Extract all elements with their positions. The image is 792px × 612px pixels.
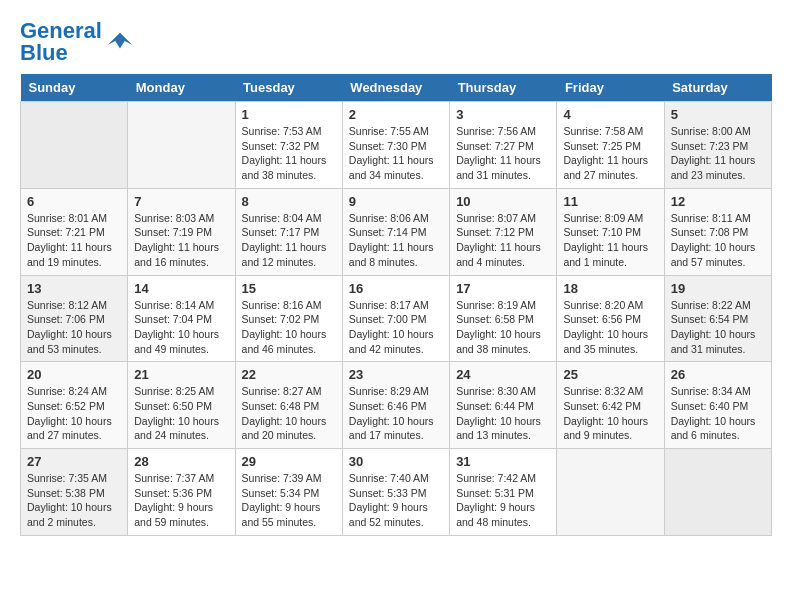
logo-blue: Blue bbox=[20, 40, 68, 65]
calendar-table: SundayMondayTuesdayWednesdayThursdayFrid… bbox=[20, 74, 772, 536]
calendar-cell: 27Sunrise: 7:35 AMSunset: 5:38 PMDayligh… bbox=[21, 449, 128, 536]
column-header-saturday: Saturday bbox=[664, 74, 771, 102]
day-info: Sunrise: 7:40 AMSunset: 5:33 PMDaylight:… bbox=[349, 471, 443, 530]
day-number: 5 bbox=[671, 107, 765, 122]
day-info: Sunrise: 8:16 AMSunset: 7:02 PMDaylight:… bbox=[242, 298, 336, 357]
day-info: Sunrise: 8:25 AMSunset: 6:50 PMDaylight:… bbox=[134, 384, 228, 443]
calendar-cell: 21Sunrise: 8:25 AMSunset: 6:50 PMDayligh… bbox=[128, 362, 235, 449]
calendar-cell: 1Sunrise: 7:53 AMSunset: 7:32 PMDaylight… bbox=[235, 102, 342, 189]
day-number: 18 bbox=[563, 281, 657, 296]
day-number: 1 bbox=[242, 107, 336, 122]
day-info: Sunrise: 7:58 AMSunset: 7:25 PMDaylight:… bbox=[563, 124, 657, 183]
column-header-tuesday: Tuesday bbox=[235, 74, 342, 102]
day-number: 2 bbox=[349, 107, 443, 122]
day-info: Sunrise: 8:03 AMSunset: 7:19 PMDaylight:… bbox=[134, 211, 228, 270]
calendar-cell bbox=[21, 102, 128, 189]
day-info: Sunrise: 8:04 AMSunset: 7:17 PMDaylight:… bbox=[242, 211, 336, 270]
calendar-cell: 18Sunrise: 8:20 AMSunset: 6:56 PMDayligh… bbox=[557, 275, 664, 362]
calendar-cell: 10Sunrise: 8:07 AMSunset: 7:12 PMDayligh… bbox=[450, 188, 557, 275]
calendar-cell: 5Sunrise: 8:00 AMSunset: 7:23 PMDaylight… bbox=[664, 102, 771, 189]
day-number: 15 bbox=[242, 281, 336, 296]
day-number: 20 bbox=[27, 367, 121, 382]
day-info: Sunrise: 8:20 AMSunset: 6:56 PMDaylight:… bbox=[563, 298, 657, 357]
day-info: Sunrise: 7:39 AMSunset: 5:34 PMDaylight:… bbox=[242, 471, 336, 530]
calendar-cell: 19Sunrise: 8:22 AMSunset: 6:54 PMDayligh… bbox=[664, 275, 771, 362]
calendar-cell: 8Sunrise: 8:04 AMSunset: 7:17 PMDaylight… bbox=[235, 188, 342, 275]
day-number: 10 bbox=[456, 194, 550, 209]
day-number: 14 bbox=[134, 281, 228, 296]
day-info: Sunrise: 8:11 AMSunset: 7:08 PMDaylight:… bbox=[671, 211, 765, 270]
day-info: Sunrise: 8:09 AMSunset: 7:10 PMDaylight:… bbox=[563, 211, 657, 270]
calendar-cell: 25Sunrise: 8:32 AMSunset: 6:42 PMDayligh… bbox=[557, 362, 664, 449]
calendar-cell bbox=[664, 449, 771, 536]
calendar-cell: 28Sunrise: 7:37 AMSunset: 5:36 PMDayligh… bbox=[128, 449, 235, 536]
day-number: 8 bbox=[242, 194, 336, 209]
day-info: Sunrise: 7:56 AMSunset: 7:27 PMDaylight:… bbox=[456, 124, 550, 183]
svg-marker-0 bbox=[108, 33, 132, 49]
column-header-monday: Monday bbox=[128, 74, 235, 102]
calendar-cell: 12Sunrise: 8:11 AMSunset: 7:08 PMDayligh… bbox=[664, 188, 771, 275]
calendar-cell: 20Sunrise: 8:24 AMSunset: 6:52 PMDayligh… bbox=[21, 362, 128, 449]
calendar-week-2: 6Sunrise: 8:01 AMSunset: 7:21 PMDaylight… bbox=[21, 188, 772, 275]
calendar-cell: 6Sunrise: 8:01 AMSunset: 7:21 PMDaylight… bbox=[21, 188, 128, 275]
day-number: 17 bbox=[456, 281, 550, 296]
calendar-cell: 9Sunrise: 8:06 AMSunset: 7:14 PMDaylight… bbox=[342, 188, 449, 275]
calendar-cell: 30Sunrise: 7:40 AMSunset: 5:33 PMDayligh… bbox=[342, 449, 449, 536]
day-info: Sunrise: 8:06 AMSunset: 7:14 PMDaylight:… bbox=[349, 211, 443, 270]
calendar-cell: 3Sunrise: 7:56 AMSunset: 7:27 PMDaylight… bbox=[450, 102, 557, 189]
calendar-cell: 15Sunrise: 8:16 AMSunset: 7:02 PMDayligh… bbox=[235, 275, 342, 362]
calendar-cell: 16Sunrise: 8:17 AMSunset: 7:00 PMDayligh… bbox=[342, 275, 449, 362]
calendar-cell: 22Sunrise: 8:27 AMSunset: 6:48 PMDayligh… bbox=[235, 362, 342, 449]
column-header-wednesday: Wednesday bbox=[342, 74, 449, 102]
day-info: Sunrise: 7:53 AMSunset: 7:32 PMDaylight:… bbox=[242, 124, 336, 183]
day-info: Sunrise: 8:32 AMSunset: 6:42 PMDaylight:… bbox=[563, 384, 657, 443]
calendar-cell: 17Sunrise: 8:19 AMSunset: 6:58 PMDayligh… bbox=[450, 275, 557, 362]
column-header-sunday: Sunday bbox=[21, 74, 128, 102]
day-number: 9 bbox=[349, 194, 443, 209]
calendar-cell: 2Sunrise: 7:55 AMSunset: 7:30 PMDaylight… bbox=[342, 102, 449, 189]
day-info: Sunrise: 7:42 AMSunset: 5:31 PMDaylight:… bbox=[456, 471, 550, 530]
day-info: Sunrise: 8:00 AMSunset: 7:23 PMDaylight:… bbox=[671, 124, 765, 183]
day-info: Sunrise: 8:29 AMSunset: 6:46 PMDaylight:… bbox=[349, 384, 443, 443]
day-number: 13 bbox=[27, 281, 121, 296]
calendar-cell: 4Sunrise: 7:58 AMSunset: 7:25 PMDaylight… bbox=[557, 102, 664, 189]
day-number: 24 bbox=[456, 367, 550, 382]
day-info: Sunrise: 8:24 AMSunset: 6:52 PMDaylight:… bbox=[27, 384, 121, 443]
calendar-cell: 13Sunrise: 8:12 AMSunset: 7:06 PMDayligh… bbox=[21, 275, 128, 362]
day-info: Sunrise: 8:12 AMSunset: 7:06 PMDaylight:… bbox=[27, 298, 121, 357]
day-number: 29 bbox=[242, 454, 336, 469]
calendar-cell: 14Sunrise: 8:14 AMSunset: 7:04 PMDayligh… bbox=[128, 275, 235, 362]
day-info: Sunrise: 8:19 AMSunset: 6:58 PMDaylight:… bbox=[456, 298, 550, 357]
logo: General Blue bbox=[20, 20, 134, 64]
day-number: 27 bbox=[27, 454, 121, 469]
day-number: 7 bbox=[134, 194, 228, 209]
calendar-week-5: 27Sunrise: 7:35 AMSunset: 5:38 PMDayligh… bbox=[21, 449, 772, 536]
column-header-friday: Friday bbox=[557, 74, 664, 102]
day-number: 19 bbox=[671, 281, 765, 296]
day-info: Sunrise: 8:01 AMSunset: 7:21 PMDaylight:… bbox=[27, 211, 121, 270]
day-number: 21 bbox=[134, 367, 228, 382]
day-number: 16 bbox=[349, 281, 443, 296]
calendar-cell: 29Sunrise: 7:39 AMSunset: 5:34 PMDayligh… bbox=[235, 449, 342, 536]
day-number: 28 bbox=[134, 454, 228, 469]
page-header: General Blue bbox=[20, 20, 772, 64]
day-info: Sunrise: 8:17 AMSunset: 7:00 PMDaylight:… bbox=[349, 298, 443, 357]
day-info: Sunrise: 8:30 AMSunset: 6:44 PMDaylight:… bbox=[456, 384, 550, 443]
logo-text: General Blue bbox=[20, 20, 102, 64]
calendar-cell: 24Sunrise: 8:30 AMSunset: 6:44 PMDayligh… bbox=[450, 362, 557, 449]
calendar-body: 1Sunrise: 7:53 AMSunset: 7:32 PMDaylight… bbox=[21, 102, 772, 536]
calendar-cell: 11Sunrise: 8:09 AMSunset: 7:10 PMDayligh… bbox=[557, 188, 664, 275]
day-info: Sunrise: 7:37 AMSunset: 5:36 PMDaylight:… bbox=[134, 471, 228, 530]
day-number: 11 bbox=[563, 194, 657, 209]
day-info: Sunrise: 8:14 AMSunset: 7:04 PMDaylight:… bbox=[134, 298, 228, 357]
day-info: Sunrise: 7:55 AMSunset: 7:30 PMDaylight:… bbox=[349, 124, 443, 183]
calendar-cell: 31Sunrise: 7:42 AMSunset: 5:31 PMDayligh… bbox=[450, 449, 557, 536]
day-number: 23 bbox=[349, 367, 443, 382]
calendar-header-row: SundayMondayTuesdayWednesdayThursdayFrid… bbox=[21, 74, 772, 102]
day-info: Sunrise: 8:22 AMSunset: 6:54 PMDaylight:… bbox=[671, 298, 765, 357]
day-info: Sunrise: 7:35 AMSunset: 5:38 PMDaylight:… bbox=[27, 471, 121, 530]
day-number: 22 bbox=[242, 367, 336, 382]
day-number: 30 bbox=[349, 454, 443, 469]
calendar-cell: 7Sunrise: 8:03 AMSunset: 7:19 PMDaylight… bbox=[128, 188, 235, 275]
day-info: Sunrise: 8:27 AMSunset: 6:48 PMDaylight:… bbox=[242, 384, 336, 443]
